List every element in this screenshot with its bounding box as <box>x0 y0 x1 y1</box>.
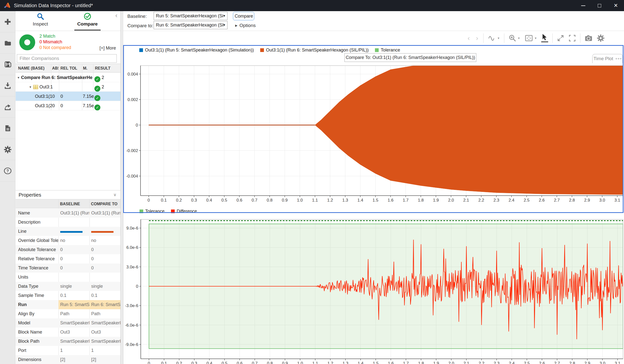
time-plot-tab[interactable]: Time Plot <box>592 54 623 63</box>
compare-button[interactable]: Compare <box>233 12 254 20</box>
collapse-panel-icon[interactable]: ‹ <box>115 12 117 19</box>
tree-row[interactable]: ▾Out3:1✓2 <box>16 82 120 92</box>
import-button[interactable] <box>0 75 15 96</box>
preferences-button[interactable] <box>0 139 15 160</box>
import-icon <box>4 82 11 89</box>
svg-text:2.3: 2.3 <box>494 361 500 364</box>
forward-button[interactable]: › <box>475 35 479 41</box>
svg-text:1.3: 1.3 <box>342 361 348 364</box>
ellipsis-menu-icon[interactable] <box>615 58 622 59</box>
property-label: Align By <box>18 309 58 318</box>
property-row[interactable]: Time Tolerance00 <box>16 263 120 273</box>
baseline-select[interactable]: Run 5: SmartSpeakerHexagon (Si ▼ <box>154 12 227 20</box>
legend-swatch <box>260 48 264 52</box>
properties-header[interactable]: Properties ∨ <box>16 190 120 199</box>
property-row[interactable]: ModelSmartSpeakerHSmartSpeakerH <box>16 318 120 328</box>
options-toggle[interactable]: ▶Options <box>235 23 256 28</box>
properties-title: Properties <box>19 192 41 198</box>
property-row[interactable]: NameOut3:1(1) (RunOut3:1(1) (Run <box>16 208 120 218</box>
svg-text:1.9: 1.9 <box>433 198 439 203</box>
save-icon <box>4 61 11 68</box>
signal-tooltip: Compare To: Out3:1(1) (Run 6: SmartSpeak… <box>344 53 476 62</box>
back-button[interactable]: ‹ <box>467 35 471 41</box>
add-button[interactable] <box>0 11 15 32</box>
fullscreen-button[interactable] <box>568 34 576 42</box>
tree-cell: 7.15e <box>83 101 94 110</box>
zoom-menu-button[interactable]: ▼ <box>509 34 520 42</box>
snapshot-button[interactable] <box>585 34 593 42</box>
property-value <box>89 273 120 282</box>
svg-text:1.5: 1.5 <box>372 198 378 203</box>
property-row[interactable]: Sample Time0.10.1 <box>16 291 120 300</box>
tree-row[interactable]: Out3:1(2007.15e✓ <box>16 101 120 110</box>
property-row[interactable]: Units <box>16 273 120 282</box>
fit-to-view-button[interactable]: ▼ <box>524 34 537 42</box>
property-row[interactable]: Block PathSmartSpeakerHSmartSpeakerH <box>16 337 120 346</box>
expander-icon[interactable]: ▾ <box>18 76 19 79</box>
property-row[interactable]: Data Typesinglesingle <box>16 282 120 291</box>
svg-text:1.5: 1.5 <box>373 361 379 364</box>
tree-row[interactable]: ▾Compare Run 6: SmartSpeakerHe✓2 <box>16 73 120 82</box>
property-row[interactable]: Absolute Tolerance00 <box>16 245 120 254</box>
tree-row[interactable]: Out3:1(1007.15e✓ <box>16 92 120 101</box>
chevron-down-icon[interactable]: ∨ <box>113 190 116 199</box>
property-row[interactable]: Port11 <box>16 346 120 355</box>
svg-text:-9.0e-6: -9.0e-6 <box>125 342 138 347</box>
svg-text:2.1: 2.1 <box>463 361 469 364</box>
more-link[interactable]: [+] More <box>99 46 116 51</box>
property-row[interactable]: Override Global Tolenono <box>16 236 120 245</box>
report-button[interactable] <box>0 118 15 139</box>
toolbar-divider <box>483 33 483 43</box>
save-button[interactable] <box>0 54 15 75</box>
svg-text:1.7: 1.7 <box>403 198 409 203</box>
mismatch-count: 0 Mismatch <box>39 39 71 45</box>
property-row[interactable]: Align ByPathPath <box>16 309 120 318</box>
svg-text:2.2: 2.2 <box>479 361 484 364</box>
panel-splitter[interactable] <box>121 11 123 364</box>
svg-text:1.4: 1.4 <box>357 198 363 203</box>
signals-menu-button[interactable]: ▼ <box>488 34 500 42</box>
maximize-button[interactable] <box>591 0 608 11</box>
expand-plot-button[interactable] <box>557 34 564 42</box>
svg-text:2.5: 2.5 <box>524 361 530 364</box>
property-value: Out3:1(1) (Run <box>89 208 120 218</box>
svg-text:1.9: 1.9 <box>433 361 439 364</box>
open-button[interactable] <box>0 32 15 54</box>
plot-settings-button[interactable] <box>597 34 605 42</box>
compare-to-select[interactable]: Run 6: SmartSpeakerHexagon (SI ▼ <box>154 21 227 29</box>
svg-text:1.2: 1.2 <box>327 361 333 364</box>
property-row[interactable]: Description <box>16 218 120 227</box>
gear-icon <box>4 146 12 154</box>
export-button[interactable] <box>0 96 15 118</box>
difference-plot-chart[interactable]: 00.10.20.30.40.50.60.70.80.91.01.11.21.3… <box>123 208 624 364</box>
signal-name: Out3:1(2 <box>35 103 52 108</box>
property-value: Out3:1(1) (Run <box>58 208 89 218</box>
property-label: Model <box>18 318 58 328</box>
minimize-button[interactable] <box>575 0 591 11</box>
col-result[interactable]: RESULT <box>95 66 120 71</box>
property-row[interactable]: Line <box>16 227 120 236</box>
expander-icon[interactable]: ▾ <box>29 85 31 89</box>
col-abs-tol[interactable]: ABS TOL <box>52 66 58 71</box>
svg-text:0.6: 0.6 <box>237 361 243 364</box>
tab-compare[interactable]: Compare <box>69 13 106 27</box>
tab-inspect[interactable]: Inspect <box>22 13 59 27</box>
col-rel-tol[interactable]: REL TOL <box>60 66 81 71</box>
time-plot-chart[interactable]: 00.10.20.30.40.50.60.70.80.91.01.11.21.3… <box>123 45 624 213</box>
tree-cell: 0 <box>52 101 58 110</box>
pointer-tool-button[interactable] <box>541 34 548 42</box>
property-row[interactable]: RunRun 5: SmartSRun 6: SmartS <box>16 300 120 309</box>
col-max-diff[interactable]: M. <box>83 66 93 71</box>
property-value: 0 <box>58 254 89 263</box>
time-plot-panel[interactable]: Out3:1(1) (Run 5: SmartSpeakerHexagon (S… <box>123 45 624 213</box>
help-button[interactable]: ? <box>0 160 15 182</box>
property-row[interactable]: Block NameOut3Out3 <box>16 328 120 337</box>
property-row[interactable]: Relative Tolerance00 <box>16 254 120 263</box>
legend-swatch <box>140 209 143 213</box>
close-button[interactable]: × <box>608 0 624 11</box>
difference-plot-panel[interactable]: ToleranceDifference 00.10.20.30.40.50.60… <box>123 208 624 364</box>
comparison-tree: ▾Compare Run 6: SmartSpeakerHe✓2▾Out3:1✓… <box>16 73 120 110</box>
col-name-base[interactable]: NAME (BASE) <box>18 66 50 71</box>
filter-input[interactable] <box>17 54 117 63</box>
property-row[interactable]: Dimensions[2][2] <box>16 355 120 364</box>
